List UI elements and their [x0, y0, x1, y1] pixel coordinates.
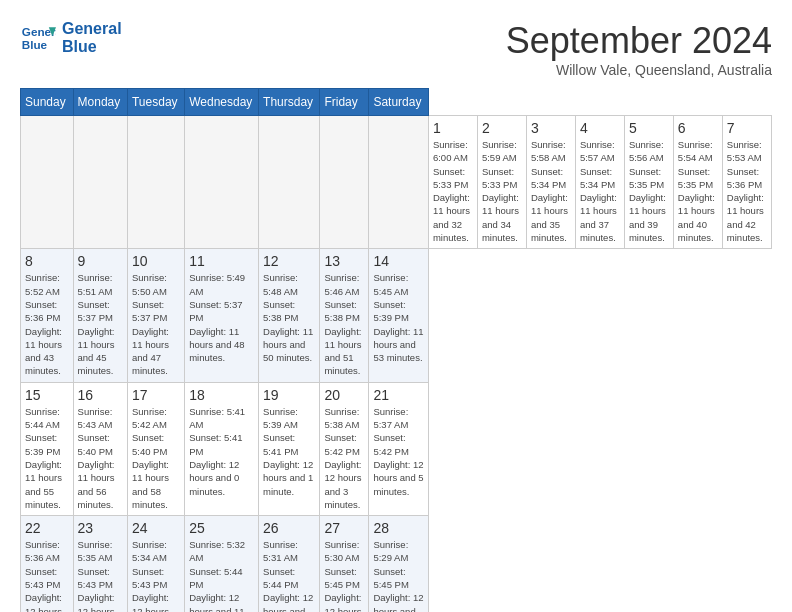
- weekday-header-friday: Friday: [320, 89, 369, 116]
- week-row-4: 22Sunrise: 5:36 AMSunset: 5:43 PMDayligh…: [21, 516, 772, 612]
- day-number: 25: [189, 520, 254, 536]
- day-number: 3: [531, 120, 571, 136]
- day-info: Sunrise: 5:57 AMSunset: 5:34 PMDaylight:…: [580, 138, 620, 244]
- day-number: 14: [373, 253, 424, 269]
- week-row-2: 8Sunrise: 5:52 AMSunset: 5:36 PMDaylight…: [21, 249, 772, 382]
- day-cell-17: 17Sunrise: 5:42 AMSunset: 5:40 PMDayligh…: [127, 382, 184, 515]
- weekday-header-row: SundayMondayTuesdayWednesdayThursdayFrid…: [21, 89, 772, 116]
- day-number: 18: [189, 387, 254, 403]
- day-info: Sunrise: 5:59 AMSunset: 5:33 PMDaylight:…: [482, 138, 522, 244]
- logo: General Blue General Blue: [20, 20, 122, 56]
- weekday-header-monday: Monday: [73, 89, 127, 116]
- day-info: Sunrise: 5:30 AMSunset: 5:45 PMDaylight:…: [324, 538, 364, 612]
- day-info: Sunrise: 5:37 AMSunset: 5:42 PMDaylight:…: [373, 405, 424, 498]
- day-cell-23: 23Sunrise: 5:35 AMSunset: 5:43 PMDayligh…: [73, 516, 127, 612]
- day-number: 13: [324, 253, 364, 269]
- week-row-1: 1Sunrise: 6:00 AMSunset: 5:33 PMDaylight…: [21, 116, 772, 249]
- day-cell-1: 1Sunrise: 6:00 AMSunset: 5:33 PMDaylight…: [428, 116, 477, 249]
- day-number: 8: [25, 253, 69, 269]
- day-number: 15: [25, 387, 69, 403]
- day-cell-28: 28Sunrise: 5:29 AMSunset: 5:45 PMDayligh…: [369, 516, 429, 612]
- day-info: Sunrise: 5:29 AMSunset: 5:45 PMDaylight:…: [373, 538, 424, 612]
- empty-cell: [127, 116, 184, 249]
- day-cell-27: 27Sunrise: 5:30 AMSunset: 5:45 PMDayligh…: [320, 516, 369, 612]
- day-number: 23: [78, 520, 123, 536]
- page-header: General Blue General Blue September 2024…: [20, 20, 772, 78]
- empty-cell: [259, 116, 320, 249]
- day-info: Sunrise: 5:54 AMSunset: 5:35 PMDaylight:…: [678, 138, 718, 244]
- day-info: Sunrise: 5:49 AMSunset: 5:37 PMDaylight:…: [189, 271, 254, 364]
- day-cell-11: 11Sunrise: 5:49 AMSunset: 5:37 PMDayligh…: [185, 249, 259, 382]
- weekday-header-tuesday: Tuesday: [127, 89, 184, 116]
- empty-cell: [21, 116, 74, 249]
- day-number: 24: [132, 520, 180, 536]
- day-info: Sunrise: 5:41 AMSunset: 5:41 PMDaylight:…: [189, 405, 254, 498]
- empty-cell: [369, 116, 429, 249]
- day-info: Sunrise: 5:51 AMSunset: 5:37 PMDaylight:…: [78, 271, 123, 377]
- day-info: Sunrise: 5:53 AMSunset: 5:36 PMDaylight:…: [727, 138, 767, 244]
- weekday-header-saturday: Saturday: [369, 89, 429, 116]
- weekday-header-wednesday: Wednesday: [185, 89, 259, 116]
- day-cell-6: 6Sunrise: 5:54 AMSunset: 5:35 PMDaylight…: [673, 116, 722, 249]
- day-cell-15: 15Sunrise: 5:44 AMSunset: 5:39 PMDayligh…: [21, 382, 74, 515]
- day-info: Sunrise: 5:50 AMSunset: 5:37 PMDaylight:…: [132, 271, 180, 377]
- day-number: 1: [433, 120, 473, 136]
- logo-line1: General: [62, 20, 122, 38]
- day-info: Sunrise: 5:56 AMSunset: 5:35 PMDaylight:…: [629, 138, 669, 244]
- day-info: Sunrise: 5:32 AMSunset: 5:44 PMDaylight:…: [189, 538, 254, 612]
- empty-cell: [185, 116, 259, 249]
- day-cell-26: 26Sunrise: 5:31 AMSunset: 5:44 PMDayligh…: [259, 516, 320, 612]
- day-number: 12: [263, 253, 315, 269]
- day-number: 19: [263, 387, 315, 403]
- day-number: 26: [263, 520, 315, 536]
- calendar-table: SundayMondayTuesdayWednesdayThursdayFrid…: [20, 88, 772, 612]
- day-number: 7: [727, 120, 767, 136]
- day-info: Sunrise: 5:31 AMSunset: 5:44 PMDaylight:…: [263, 538, 315, 612]
- day-cell-5: 5Sunrise: 5:56 AMSunset: 5:35 PMDaylight…: [624, 116, 673, 249]
- day-cell-20: 20Sunrise: 5:38 AMSunset: 5:42 PMDayligh…: [320, 382, 369, 515]
- location: Willow Vale, Queensland, Australia: [506, 62, 772, 78]
- svg-text:Blue: Blue: [22, 38, 48, 51]
- empty-cell: [73, 116, 127, 249]
- day-info: Sunrise: 5:52 AMSunset: 5:36 PMDaylight:…: [25, 271, 69, 377]
- day-number: 4: [580, 120, 620, 136]
- logo-icon: General Blue: [20, 20, 56, 56]
- day-number: 5: [629, 120, 669, 136]
- day-cell-21: 21Sunrise: 5:37 AMSunset: 5:42 PMDayligh…: [369, 382, 429, 515]
- day-info: Sunrise: 5:42 AMSunset: 5:40 PMDaylight:…: [132, 405, 180, 511]
- day-info: Sunrise: 5:43 AMSunset: 5:40 PMDaylight:…: [78, 405, 123, 511]
- day-number: 27: [324, 520, 364, 536]
- day-number: 11: [189, 253, 254, 269]
- day-cell-12: 12Sunrise: 5:48 AMSunset: 5:38 PMDayligh…: [259, 249, 320, 382]
- day-cell-16: 16Sunrise: 5:43 AMSunset: 5:40 PMDayligh…: [73, 382, 127, 515]
- day-cell-3: 3Sunrise: 5:58 AMSunset: 5:34 PMDaylight…: [526, 116, 575, 249]
- week-row-3: 15Sunrise: 5:44 AMSunset: 5:39 PMDayligh…: [21, 382, 772, 515]
- day-number: 17: [132, 387, 180, 403]
- day-cell-22: 22Sunrise: 5:36 AMSunset: 5:43 PMDayligh…: [21, 516, 74, 612]
- day-cell-13: 13Sunrise: 5:46 AMSunset: 5:38 PMDayligh…: [320, 249, 369, 382]
- day-info: Sunrise: 5:48 AMSunset: 5:38 PMDaylight:…: [263, 271, 315, 364]
- day-info: Sunrise: 5:34 AMSunset: 5:43 PMDaylight:…: [132, 538, 180, 612]
- day-number: 6: [678, 120, 718, 136]
- day-number: 16: [78, 387, 123, 403]
- day-number: 20: [324, 387, 364, 403]
- day-cell-18: 18Sunrise: 5:41 AMSunset: 5:41 PMDayligh…: [185, 382, 259, 515]
- day-info: Sunrise: 5:44 AMSunset: 5:39 PMDaylight:…: [25, 405, 69, 511]
- day-cell-24: 24Sunrise: 5:34 AMSunset: 5:43 PMDayligh…: [127, 516, 184, 612]
- day-number: 9: [78, 253, 123, 269]
- day-cell-2: 2Sunrise: 5:59 AMSunset: 5:33 PMDaylight…: [477, 116, 526, 249]
- day-cell-9: 9Sunrise: 5:51 AMSunset: 5:37 PMDaylight…: [73, 249, 127, 382]
- day-cell-7: 7Sunrise: 5:53 AMSunset: 5:36 PMDaylight…: [722, 116, 771, 249]
- day-cell-25: 25Sunrise: 5:32 AMSunset: 5:44 PMDayligh…: [185, 516, 259, 612]
- empty-cell: [320, 116, 369, 249]
- day-number: 2: [482, 120, 522, 136]
- day-info: Sunrise: 5:46 AMSunset: 5:38 PMDaylight:…: [324, 271, 364, 377]
- day-number: 10: [132, 253, 180, 269]
- day-info: Sunrise: 5:58 AMSunset: 5:34 PMDaylight:…: [531, 138, 571, 244]
- day-info: Sunrise: 5:45 AMSunset: 5:39 PMDaylight:…: [373, 271, 424, 364]
- day-number: 21: [373, 387, 424, 403]
- logo-line2: Blue: [62, 38, 122, 56]
- day-info: Sunrise: 5:36 AMSunset: 5:43 PMDaylight:…: [25, 538, 69, 612]
- day-number: 28: [373, 520, 424, 536]
- day-info: Sunrise: 6:00 AMSunset: 5:33 PMDaylight:…: [433, 138, 473, 244]
